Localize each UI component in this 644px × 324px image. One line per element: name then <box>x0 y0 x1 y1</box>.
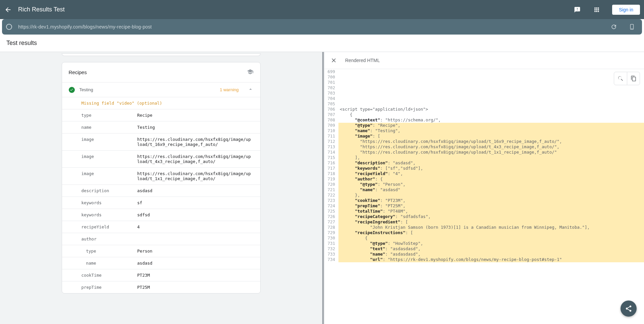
recipes-title: Recipes <box>69 69 87 75</box>
property-row: cookTimePT23M <box>62 269 260 281</box>
property-key: name <box>62 257 138 269</box>
code-line: 714 "https://res.cloudinary.com/hsxfx8ig… <box>324 150 644 155</box>
property-key: type <box>62 109 138 121</box>
recipe-item-row[interactable]: Testing 1 warning <box>62 82 260 97</box>
property-row: nameTesting <box>62 121 260 133</box>
property-key: type <box>62 245 138 257</box>
close-panel-button[interactable] <box>327 54 340 67</box>
property-value: sf <box>137 197 260 209</box>
vertical-splitter[interactable] <box>322 52 324 324</box>
property-row: prepTimePT25M <box>62 281 260 293</box>
line-number: 733 <box>324 252 338 257</box>
property-value: asdasd <box>137 257 260 269</box>
code-line: 703 <box>324 91 644 96</box>
close-icon <box>330 57 337 64</box>
property-key: image <box>62 168 138 185</box>
feedback-button[interactable] <box>571 3 584 16</box>
line-number: 713 <box>324 144 338 150</box>
line-number: 730 <box>324 235 338 241</box>
line-text: "url": "https://rk-dev1.myshopify.com/bl… <box>338 257 644 262</box>
property-value: PT25M <box>137 281 260 293</box>
property-key: recipeYield <box>62 221 138 233</box>
code-line: 724 "prepTime": "PT25M", <box>324 203 644 209</box>
check-circle-icon <box>69 87 75 93</box>
line-text: "@context": "https://schema.org/", <box>338 117 644 123</box>
line-text <box>338 101 644 107</box>
property-key: prepTime <box>62 281 138 293</box>
property-value <box>137 233 260 245</box>
device-button[interactable] <box>626 21 638 33</box>
line-number: 719 <box>324 176 338 182</box>
line-number: 726 <box>324 214 338 219</box>
line-text: "image": [ <box>338 133 644 139</box>
line-text: "description": "asdasd", <box>338 160 644 166</box>
line-number: 724 <box>324 203 338 209</box>
line-number: 717 <box>324 166 338 171</box>
apps-button[interactable] <box>590 3 603 16</box>
line-text: "keywords": ["sf","sdfsd"], <box>338 166 644 171</box>
line-number: 728 <box>324 225 338 230</box>
line-text: <script type="application/ld+json"> <box>338 107 644 112</box>
line-text: "cookTime": "PT23M", <box>338 198 644 203</box>
line-number: 718 <box>324 171 338 176</box>
school-icon[interactable] <box>247 68 254 76</box>
line-text: "John Kristjan Samson (born 1973)[1] is … <box>338 225 644 230</box>
tested-url[interactable]: https://rk-dev1.myshopify.com/blogs/news… <box>18 24 602 30</box>
property-value: Recipe <box>137 109 260 121</box>
property-value: https://res.cloudinary.com/hsxfx8igq/ima… <box>137 151 260 168</box>
line-number: 700 <box>324 74 338 80</box>
back-button[interactable] <box>4 6 12 14</box>
line-number: 729 <box>324 230 338 235</box>
code-tools <box>614 72 640 85</box>
property-row: recipeYield4 <box>62 221 260 233</box>
previous-card-bottom <box>62 53 261 56</box>
code-line: 706<script type="application/ld+json"> <box>324 107 644 112</box>
line-text: "recipeYield": "4", <box>338 171 644 176</box>
line-number: 734 <box>324 257 338 262</box>
line-text: "text": "asdasdasd", <box>338 246 644 252</box>
refresh-button[interactable] <box>608 21 620 33</box>
property-value: sdfsd <box>137 209 260 221</box>
page-subtitle: Test results <box>0 35 644 52</box>
recipes-card-header: Recipes <box>62 62 260 82</box>
line-number: 701 <box>324 80 338 85</box>
apps-icon <box>593 6 600 13</box>
code-line: 718 "recipeYield": "4", <box>324 171 644 176</box>
line-number: 723 <box>324 198 338 203</box>
code-line: 713 "https://res.cloudinary.com/hsxfx8ig… <box>324 144 644 150</box>
code-panel-title: Rendered HTML <box>345 58 380 63</box>
property-key: keywords <box>62 197 138 209</box>
line-text: "recipeIngredient": [ <box>338 219 644 225</box>
line-text: { <box>338 235 644 241</box>
property-row: typeRecipe <box>62 109 260 121</box>
line-number: 703 <box>324 91 338 96</box>
code-line: 726 "recipeCategory": "sdfadsfas", <box>324 214 644 219</box>
code-line: 732 "text": "asdasdasd", <box>324 246 644 252</box>
code-line: 723 "cookTime": "PT23M", <box>324 198 644 203</box>
line-number: 707 <box>324 112 338 117</box>
code-line: 730 { <box>324 235 644 241</box>
line-text <box>338 91 644 96</box>
code-scroll-area[interactable]: 699700701702703704705706<script type="ap… <box>324 69 644 324</box>
line-text: { <box>338 112 644 117</box>
line-text: "@type": "Recipe", <box>338 123 644 128</box>
property-row: author <box>62 233 260 245</box>
code-line: 702 <box>324 85 644 91</box>
code-copy-button[interactable] <box>627 72 640 85</box>
code-line: 699 <box>324 69 644 74</box>
code-line: 720 "@type": "Person", <box>324 182 644 187</box>
property-value: Testing <box>137 121 260 133</box>
app-title: Rich Results Test <box>18 6 65 13</box>
code-line: 711 "image": [ <box>324 133 644 139</box>
refresh-icon <box>610 23 617 30</box>
recipe-item-name: Testing <box>79 87 93 92</box>
property-row: nameasdasd <box>62 257 260 269</box>
share-fab[interactable] <box>621 301 637 317</box>
property-value: 4 <box>137 221 260 233</box>
sign-in-button[interactable]: Sign in <box>612 5 640 15</box>
code-line: 722 }, <box>324 193 644 198</box>
code-search-button[interactable] <box>614 72 627 85</box>
line-text <box>338 96 644 101</box>
property-value: Person <box>137 245 260 257</box>
recipe-warning-detail: Missing field "video" (optional) <box>62 97 260 109</box>
